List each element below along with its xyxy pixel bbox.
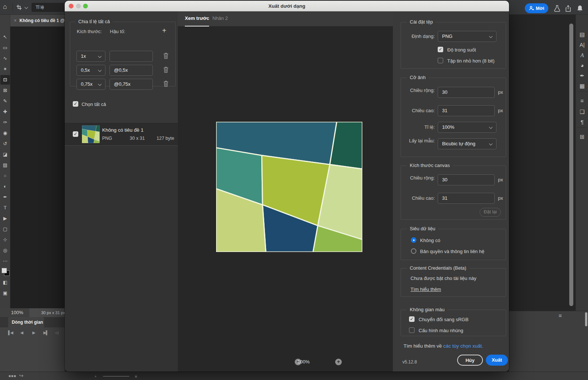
close-icon[interactable]: × <box>14 18 17 23</box>
zoom-tool-icon[interactable]: ◎ <box>0 246 10 255</box>
next-frame-button[interactable]: ▶▌ <box>43 330 48 335</box>
select-all-checkbox[interactable] <box>73 101 78 107</box>
panel-divider[interactable] <box>577 91 587 92</box>
move-tool-icon[interactable]: ↖ <box>0 32 10 42</box>
delete-scale-icon[interactable] <box>162 53 169 60</box>
eyedropper-tool-icon[interactable]: ✎ <box>0 96 10 106</box>
screen-mode-icon[interactable]: ▣ <box>0 288 10 298</box>
marquee-tool-icon[interactable]: ▭ <box>0 43 10 53</box>
smaller-file-checkbox[interactable] <box>438 58 443 63</box>
invite-button[interactable]: Mời <box>525 3 548 13</box>
bell-icon[interactable] <box>576 5 584 12</box>
zoom-in-button[interactable]: + <box>335 359 342 365</box>
export-arrow-icon[interactable]: ↪ <box>19 373 24 379</box>
export-button[interactable]: Xuất <box>486 355 508 366</box>
image-height-input[interactable]: 31 <box>438 105 495 116</box>
share-icon[interactable] <box>564 5 572 12</box>
scale-suffix-input[interactable]: @0,75x <box>110 79 153 90</box>
color-swatches[interactable] <box>0 267 10 277</box>
delete-scale-icon[interactable] <box>162 67 169 74</box>
first-frame-button[interactable]: ▌◀ <box>8 330 12 335</box>
preview-tab[interactable]: Xem trước <box>185 11 209 26</box>
preview-tab-bar: Xem trướcNhân 2 <box>178 11 393 26</box>
add-scale-icon[interactable]: + <box>162 27 166 34</box>
play-button[interactable]: ▶ <box>32 330 35 335</box>
canvas-width-input[interactable]: 30 <box>438 174 495 185</box>
scale-size-select[interactable]: 0,5x <box>76 65 105 76</box>
crop-preset-field[interactable]: Tỉ lệ <box>32 3 65 12</box>
crop-tool-icon[interactable]: ⊡ <box>0 75 10 85</box>
panel-scrollbar[interactable] <box>585 312 587 326</box>
lasso-tool-icon[interactable]: ∿ <box>0 54 10 63</box>
character-panel-icon[interactable]: A| <box>577 40 587 49</box>
metadata-none-radio[interactable] <box>411 237 416 243</box>
convert-srgb-checkbox[interactable] <box>409 316 415 322</box>
history-brush-tool-icon[interactable]: ↺ <box>0 139 10 149</box>
grid-panel-icon[interactable]: ⊞ <box>577 132 587 141</box>
transparency-checkbox[interactable] <box>438 47 443 52</box>
cancel-button[interactable]: Hủy <box>457 355 483 366</box>
image-width-input[interactable]: 30 <box>438 87 495 98</box>
paths-panel-icon[interactable]: ✒ <box>577 71 587 80</box>
delete-scale-icon[interactable] <box>162 81 169 88</box>
timeline-zoom-out-icon[interactable]: ▲ <box>94 374 97 378</box>
metadata-copyright-radio[interactable] <box>411 248 416 254</box>
reset-button[interactable]: Đặt lại <box>480 208 501 217</box>
export-options-link[interactable]: các tùy chọn xuất. <box>443 343 483 349</box>
audio-toggle-button[interactable]: ◁ <box>55 330 57 335</box>
resample-select[interactable]: Bicubic tự động <box>438 138 496 149</box>
timeline-tab[interactable]: Dòng thời gian <box>8 317 44 327</box>
gradient-tool-icon[interactable]: ▨ <box>0 160 10 170</box>
beaker-icon[interactable] <box>553 5 561 12</box>
panel-menu-icon[interactable]: ≡ <box>559 312 562 319</box>
glyphs-panel-icon[interactable]: A <box>577 51 587 60</box>
scale-select[interactable]: 100% <box>438 122 496 133</box>
healing-brush-tool-icon[interactable]: ✚ <box>0 107 10 117</box>
scrollbar[interactable] <box>569 24 573 306</box>
embed-profile-checkbox[interactable] <box>409 327 415 333</box>
export-file-item[interactable]: Không có tiêu đề 1 PNG 30 x 31 127 byte <box>65 122 178 146</box>
adjustments-panel-icon[interactable]: ≡ <box>577 96 587 105</box>
path-selection-tool-icon[interactable]: ▶ <box>0 214 10 223</box>
layers-panel-icon[interactable]: ❏ <box>577 107 587 116</box>
pattern-panel-icon[interactable]: ▦ <box>577 82 587 90</box>
learn-more-link[interactable]: Tìm hiểu thêm <box>410 287 441 292</box>
layout-squares-icon[interactable] <box>9 375 11 377</box>
document-zoom-level[interactable]: 100% <box>11 310 23 315</box>
file-item-checkbox[interactable] <box>73 131 78 137</box>
previous-frame-button[interactable]: ◀ <box>20 330 22 335</box>
format-select[interactable]: PNG <box>438 31 496 42</box>
canvas-height-input[interactable]: 31 <box>438 193 495 204</box>
more-tools-icon[interactable]: ⋯ <box>0 256 10 266</box>
scale-size-select[interactable]: 1x <box>76 51 105 62</box>
timeline-zoom-slider[interactable] <box>103 376 129 377</box>
crop-tool-icon[interactable] <box>16 4 22 10</box>
preview-tab[interactable]: Nhân 2 <box>212 11 228 26</box>
timeline-zoom-in-icon[interactable]: ▲ <box>134 373 138 379</box>
frame-tool-icon[interactable]: ⊠ <box>0 86 10 95</box>
pen-tool-icon[interactable]: ✒ <box>0 192 10 202</box>
type-tool-icon[interactable]: T <box>0 203 10 213</box>
scale-suffix-input[interactable]: @0,5x <box>110 65 153 76</box>
quick-mask-icon[interactable]: ◧ <box>0 278 10 287</box>
panel-divider[interactable] <box>577 127 587 128</box>
scale-size-select[interactable]: 0,75x <box>76 79 105 90</box>
brush-tool-icon[interactable]: ✑ <box>0 118 10 127</box>
file-settings-section: Cài đặt tệp Định dạng: PNG Độ trong suốt… <box>401 22 506 69</box>
color-panel-icon[interactable]: ◕ <box>577 61 587 70</box>
metadata-legend: Siêu dữ liệu <box>407 226 438 231</box>
home-icon[interactable]: ⌂ <box>3 3 7 11</box>
hand-tool-icon[interactable]: ⊹ <box>0 235 10 245</box>
shape-tool-icon[interactable]: ▢ <box>0 224 10 234</box>
blur-tool-icon[interactable]: ○ <box>0 171 10 181</box>
scale-suffix-input[interactable] <box>110 51 153 62</box>
clone-stamp-tool-icon[interactable]: ◉ <box>0 128 10 138</box>
eraser-tool-icon[interactable]: ◪ <box>0 150 10 159</box>
libraries-panel-icon[interactable]: ▤ <box>577 30 587 39</box>
paragraph-panel-icon[interactable]: ¶ <box>577 118 587 127</box>
chevron-down-icon[interactable] <box>25 6 28 9</box>
quick-selection-tool-icon[interactable]: ✶ <box>0 64 10 74</box>
dodge-tool-icon[interactable]: ◐ <box>0 182 10 191</box>
document-tab[interactable]: ×Không có tiêu đề 1 @ 10 <box>10 15 65 26</box>
dialog-title: Xuất dưới dạng <box>65 1 509 11</box>
